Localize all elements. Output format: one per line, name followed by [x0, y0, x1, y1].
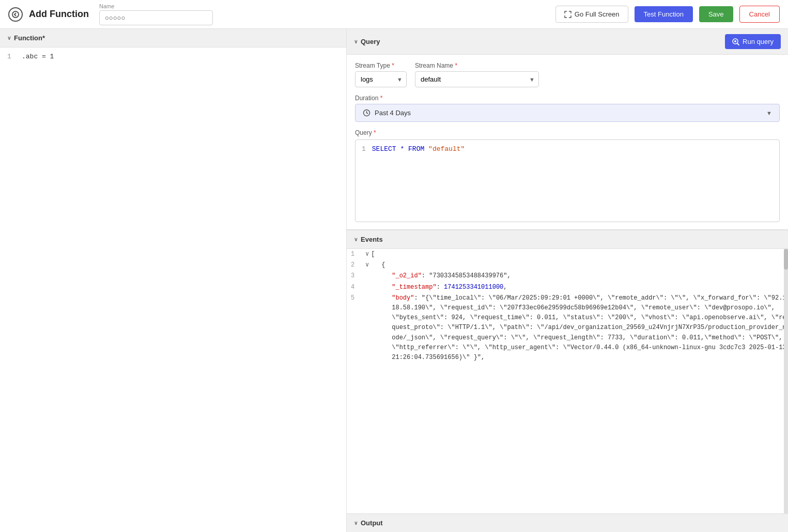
name-input[interactable] [99, 10, 213, 25]
json-line-2: 2 ∨ { [347, 260, 788, 271]
events-section-title: Events [361, 236, 383, 243]
expand-2-icon[interactable]: ∨ [365, 260, 369, 270]
stream-name-select[interactable]: default [415, 71, 539, 87]
stream-type-label: Stream Type * [355, 62, 407, 69]
svg-point-2 [734, 40, 736, 42]
line-number-1: 1 [7, 53, 16, 60]
events-section: ∨ Events 1 ∨ [ 2 ∨ { 3 ∨ "_o2_id": "7303… [347, 230, 788, 513]
events-scrollbar[interactable] [784, 249, 788, 513]
query-text: SELECT * FROM "default" [372, 145, 465, 153]
output-section-title: Output [361, 519, 383, 527]
json-line-1: 1 ∨ [ [347, 249, 788, 260]
function-code-editor[interactable]: 1 .abc = 1 [0, 48, 346, 532]
query-line-1: 1 SELECT * FROM "default" [362, 145, 773, 153]
code-content-1: .abc = 1 [22, 53, 54, 60]
duration-arrow-icon: ▼ [766, 110, 772, 116]
stream-name-label: Stream Name * [415, 62, 539, 69]
query-section-title: Query [361, 38, 380, 45]
query-label: Query * [355, 129, 780, 136]
events-body[interactable]: 1 ∨ [ 2 ∨ { 3 ∨ "_o2_id": "7303345853488… [347, 249, 788, 513]
header: Add Function Name Go Full Screen Test Fu… [0, 0, 788, 29]
page-title: Add Function [29, 9, 89, 20]
duration-value: Past 4 Days [375, 109, 411, 117]
function-chevron-icon: ∨ [7, 35, 11, 41]
run-query-button[interactable]: Run query [725, 34, 781, 49]
stream-type-group: Stream Type * logs metrics traces ▼ [355, 62, 407, 87]
function-section-header: ∨ Function* [0, 29, 346, 48]
stream-name-group: Stream Name * default ▼ [415, 62, 539, 87]
query-section: ∨ Query Run query Stream Type [347, 29, 788, 230]
svg-point-0 [12, 11, 19, 18]
output-chevron-icon: ∨ [354, 520, 358, 526]
query-body: Stream Type * logs metrics traces ▼ [347, 55, 788, 229]
duration-button[interactable]: Past 4 Days ▼ [355, 104, 780, 122]
events-section-header: ∨ Events [347, 230, 788, 249]
stream-type-select[interactable]: logs metrics traces [355, 71, 407, 87]
events-chevron-icon: ∨ [354, 237, 358, 242]
right-panel: ∨ Query Run query Stream Type [347, 29, 788, 532]
query-section-header: ∨ Query Run query [347, 29, 788, 55]
save-button[interactable]: Save [699, 6, 733, 22]
code-line-1: 1 .abc = 1 [7, 53, 339, 60]
duration-label: Duration * [355, 95, 780, 102]
name-field-wrap: Name [99, 3, 213, 25]
expand-1-icon[interactable]: ∨ [365, 249, 369, 259]
fullscreen-button[interactable]: Go Full Screen [555, 6, 628, 23]
name-label: Name [99, 3, 213, 9]
test-function-button[interactable]: Test Function [635, 6, 693, 22]
query-chevron-icon: ∨ [354, 39, 358, 44]
query-editor[interactable]: 1 SELECT * FROM "default" [355, 139, 780, 222]
back-button[interactable] [8, 7, 23, 22]
query-editor-wrap: Query * 1 SELECT * FROM [355, 129, 780, 222]
svg-line-3 [737, 43, 739, 45]
stream-form-row: Stream Type * logs metrics traces ▼ [355, 62, 780, 87]
json-line-3: 3 ∨ "_o2_id": "7303345853488439976", [347, 271, 788, 281]
events-scrollbar-thumb [784, 249, 788, 270]
cancel-button[interactable]: Cancel [739, 6, 780, 23]
function-panel: ∨ Function* 1 .abc = 1 [0, 29, 347, 532]
json-line-4: 4 ∨ "_timestamp": 1741253341011000, [347, 282, 788, 293]
query-line-num-1: 1 [362, 145, 366, 153]
output-section: ∨ Output [347, 513, 788, 532]
json-line-5: 5 ∨ "body": "{\"time_local\": \"06/Mar/2… [347, 293, 788, 363]
function-section-title: Function* [14, 34, 45, 42]
duration-group: Duration * Past 4 Days ▼ [355, 95, 780, 122]
main-layout: ∨ Function* 1 .abc = 1 ∨ Query [0, 29, 788, 532]
